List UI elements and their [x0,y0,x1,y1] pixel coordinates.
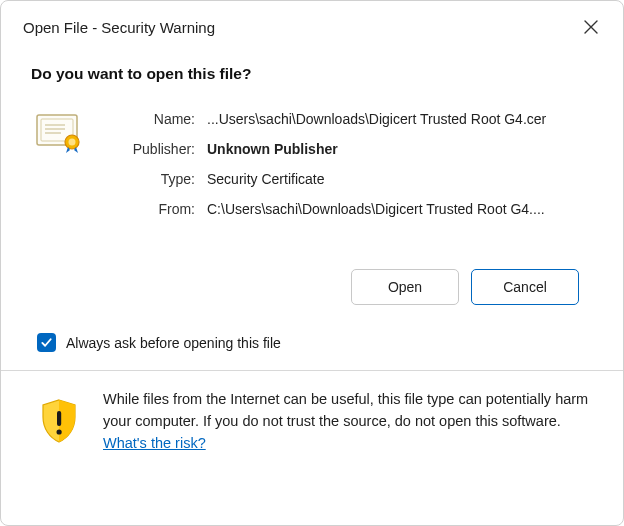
button-row: Open Cancel [31,269,593,305]
titlebar: Open File - Security Warning [1,1,623,45]
close-icon [584,20,598,34]
name-label: Name: [109,111,195,127]
window-title: Open File - Security Warning [23,19,215,36]
always-ask-row: Always ask before opening this file [31,333,593,352]
file-fields: Name: ...Users\sachi\Downloads\Digicert … [109,111,593,217]
type-label: Type: [109,171,195,187]
security-warning-dialog: Open File - Security Warning Do you want… [0,0,624,526]
from-label: From: [109,201,195,217]
svg-rect-7 [57,411,61,426]
from-value: C:\Users\sachi\Downloads\Digicert Truste… [207,201,593,217]
warning-shield-icon [37,397,81,448]
publisher-value: Unknown Publisher [207,141,593,157]
always-ask-checkbox[interactable] [37,333,56,352]
svg-point-8 [57,429,62,434]
close-button[interactable] [577,13,605,41]
dialog-heading: Do you want to open this file? [31,65,593,83]
always-ask-label: Always ask before opening this file [66,335,281,351]
cancel-button[interactable]: Cancel [471,269,579,305]
dialog-content: Do you want to open this file? Name: ... [1,45,623,525]
checkmark-icon [40,336,53,349]
footer-warning: While files from the Internet can be use… [31,371,593,472]
certificate-icon [35,113,83,156]
name-value: ...Users\sachi\Downloads\Digicert Truste… [207,111,593,127]
svg-point-6 [69,139,76,146]
type-value: Security Certificate [207,171,593,187]
publisher-label: Publisher: [109,141,195,157]
footer-text: While files from the Internet can be use… [103,389,589,454]
open-button[interactable]: Open [351,269,459,305]
whats-the-risk-link[interactable]: What's the risk? [103,435,206,451]
file-info-section: Name: ...Users\sachi\Downloads\Digicert … [31,111,593,217]
footer-message: While files from the Internet can be use… [103,391,588,429]
